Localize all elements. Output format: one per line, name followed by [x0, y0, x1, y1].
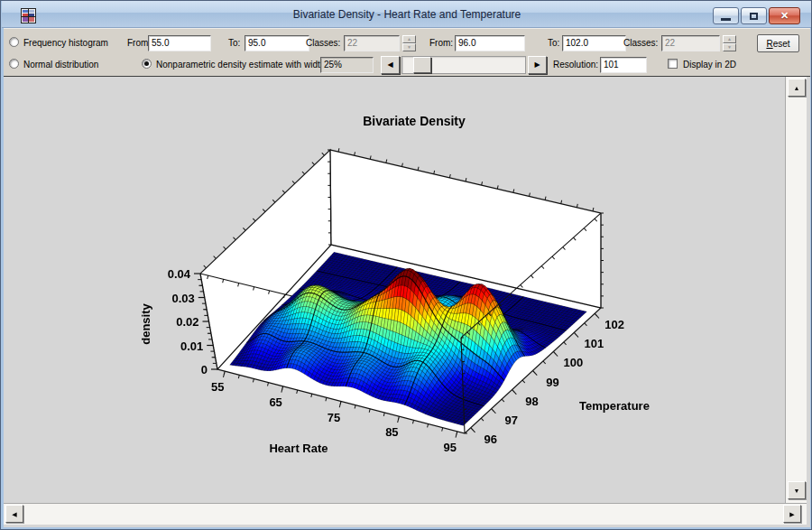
scrollbar-corner [807, 503, 810, 527]
temp-from-input[interactable]: 96.0 [455, 35, 525, 51]
scroll-right-button[interactable]: ▶ [783, 505, 801, 523]
left-arrow-icon: ◀ [12, 511, 16, 517]
titlebar[interactable]: Bivariate Density - Heart Rate and Tempe… [2, 1, 812, 28]
scroll-down-button[interactable]: ▼ [788, 481, 806, 499]
width-slider-track[interactable] [401, 56, 526, 74]
hr-classes-spinner: ▲ ▼ [402, 35, 416, 51]
temp-classes-spinner: ▲ ▼ [723, 35, 736, 51]
temp-from-label: From: [429, 38, 453, 48]
radio-frequency-histogram-label: Frequency histogram [23, 38, 108, 48]
close-button[interactable]: ✕ [769, 7, 800, 24]
temp-to-input[interactable]: 102.0 [562, 35, 626, 51]
temp-classes-input[interactable]: 22 [661, 35, 720, 51]
app-window: Bivariate Density - Heart Rate and Tempe… [0, 0, 812, 530]
reset-button[interactable]: Reset [757, 34, 799, 52]
hr-classes-input[interactable]: 22 [344, 35, 400, 51]
toolbar: Frequency histogram From: 55.0 To: 95.0 … [4, 28, 810, 77]
radio-nonparametric-label: Nonparametric density estimate with widt… [156, 60, 328, 70]
radio-normal-distribution-label: Normal distribution [23, 60, 98, 70]
reset-button-label: Reset [766, 39, 789, 49]
temp-classes-label: Classes: [623, 38, 658, 48]
spin-down-icon: ▼ [727, 45, 732, 50]
hr-to-label: To: [228, 38, 240, 48]
app-icon[interactable] [21, 8, 36, 23]
scroll-up-button[interactable]: ▲ [788, 79, 806, 97]
window-title: Bivariate Density - Heart Rate and Tempe… [2, 8, 812, 21]
hr-classes-spin-up[interactable]: ▲ [402, 35, 416, 43]
temp-to-label: To: [548, 38, 559, 48]
temp-classes-spin-up[interactable]: ▲ [723, 35, 736, 43]
up-arrow-icon: ▲ [794, 85, 800, 91]
resolution-label: Resolution: [553, 60, 598, 70]
width-value-field[interactable]: 25% [320, 57, 374, 73]
hr-to-input[interactable]: 95.0 [245, 35, 309, 51]
right-arrow-icon: ▶ [789, 511, 794, 517]
radio-nonparametric[interactable] [142, 59, 152, 69]
down-arrow-icon: ▼ [794, 488, 800, 494]
hr-classes-spin-down[interactable]: ▼ [402, 43, 416, 51]
density-surface-canvas [4, 77, 785, 503]
temp-classes-spin-down[interactable]: ▼ [723, 43, 736, 51]
vertical-scrollbar[interactable]: ▲ ▼ [785, 77, 807, 503]
width-slider-thumb[interactable] [413, 57, 431, 73]
minimize-button[interactable] [713, 7, 739, 24]
plot-area: Bivariate Density Heart Rate Temperature… [4, 77, 785, 503]
radio-frequency-histogram[interactable] [9, 37, 19, 47]
spin-down-icon: ▼ [407, 45, 411, 50]
scroll-left-button[interactable]: ◀ [5, 505, 23, 523]
maximize-button[interactable] [741, 7, 767, 24]
plot-content: Bivariate Density Heart Rate Temperature… [4, 77, 810, 527]
spin-up-icon: ▲ [407, 37, 411, 42]
display-2d-checkbox[interactable] [668, 59, 678, 69]
width-slider-left-button[interactable]: ◀ [381, 56, 400, 74]
right-arrow-icon: ▶ [534, 61, 540, 69]
hr-from-input[interactable]: 55.0 [148, 35, 211, 51]
minimize-icon [721, 18, 731, 21]
left-arrow-icon: ◀ [387, 61, 392, 69]
spin-up-icon: ▲ [727, 37, 732, 42]
hr-classes-label: Classes: [306, 38, 340, 48]
radio-normal-distribution[interactable] [9, 59, 19, 69]
horizontal-scrollbar[interactable]: ◀ ▶ [4, 503, 807, 525]
display-2d-label: Display in 2D [683, 60, 736, 70]
maximize-icon [750, 13, 758, 20]
close-icon: ✕ [780, 10, 789, 22]
resolution-input[interactable]: 101 [600, 57, 647, 73]
width-slider-right-button[interactable]: ▶ [528, 56, 547, 74]
